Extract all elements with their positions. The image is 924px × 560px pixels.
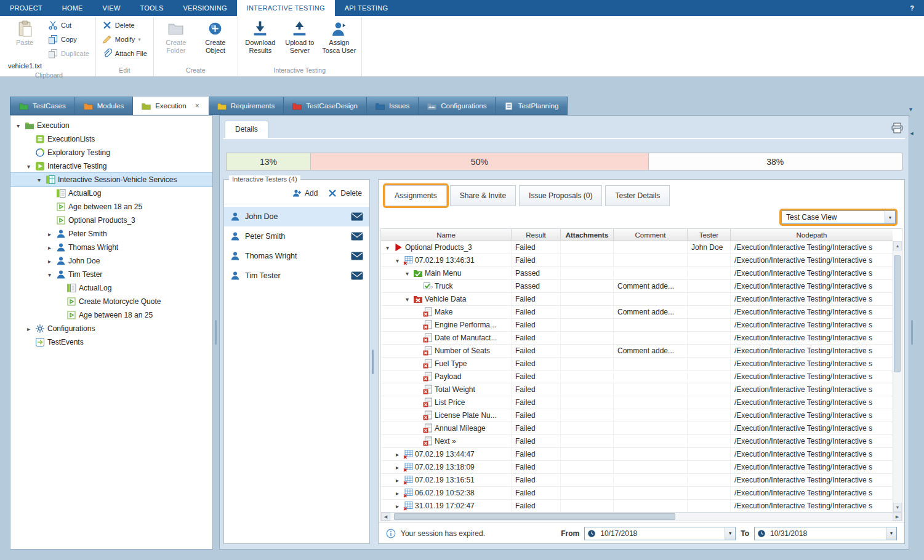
- vertical-scrollbar[interactable]: ▲ ▼: [893, 241, 902, 512]
- tab-assignments[interactable]: Assignments: [385, 185, 447, 206]
- splitter-grip[interactable]: [911, 320, 913, 345]
- envelope-icon[interactable]: [351, 271, 363, 280]
- tree-item-interactive-testing[interactable]: ▾Interactive Testing: [10, 159, 212, 173]
- row-expander-icon[interactable]: ▸: [393, 490, 401, 497]
- tree-item-execution[interactable]: ▾Execution: [10, 119, 212, 132]
- table-row-list-price[interactable]: List PriceFailed/Execution/Interactive T…: [381, 396, 893, 409]
- tab-modules[interactable]: Modules: [75, 97, 133, 115]
- tree-item-interactive-session-vehicle-services[interactable]: ▾Interactive Session-Vehicle Services: [10, 173, 212, 186]
- testers-splitter[interactable]: [370, 179, 378, 544]
- table-row-07-02-19-13-18-09[interactable]: ▸07.02.19 13:18:09Failed/Execution/Inter…: [381, 461, 893, 474]
- table-row-optional-products-3[interactable]: ▾Optional Products_3FailedJohn Doe/Execu…: [381, 241, 893, 254]
- tree-expander-icon[interactable]: ▾: [35, 177, 43, 183]
- envelope-icon[interactable]: [351, 252, 363, 260]
- column-header-result[interactable]: Result: [512, 229, 561, 241]
- tab-configurations[interactable]: Configurations: [419, 97, 496, 115]
- cut-button[interactable]: Cut: [46, 18, 91, 31]
- envelope-icon[interactable]: [351, 212, 363, 221]
- tree-item-age-between-18-an-25[interactable]: Age between 18 an 25: [10, 308, 212, 322]
- tab-share-invite[interactable]: Share & Invite: [450, 185, 516, 206]
- column-header-attachments[interactable]: Attachments: [561, 229, 614, 241]
- collapse-panel-icon[interactable]: ◀: [909, 131, 914, 136]
- tree-item-create-motorcycle-quote[interactable]: Create Motorcycle Quote: [10, 295, 212, 308]
- column-header-tester[interactable]: Tester: [688, 229, 731, 241]
- add-tester-button[interactable]: Add: [292, 188, 318, 198]
- row-expander-icon[interactable]: ▸: [393, 477, 401, 484]
- table-row-number-of-seats[interactable]: Number of SeatsFailedComment adde.../Exe…: [381, 345, 893, 358]
- view-mode-select[interactable]: Test Case View ▼: [781, 210, 896, 224]
- column-header-comment[interactable]: Comment: [614, 229, 688, 241]
- row-expander-icon[interactable]: ▾: [403, 270, 411, 277]
- menu-tab-tools[interactable]: TOOLS: [130, 0, 173, 16]
- tree-expander-icon[interactable]: ▸: [46, 258, 54, 265]
- menu-tab-project[interactable]: PROJECT: [0, 0, 52, 16]
- tree-item-configurations[interactable]: ▸Configurations: [10, 322, 212, 335]
- tree-expander-icon[interactable]: ▾: [25, 163, 33, 170]
- tab-issue-proposals-0[interactable]: Issue Proposals (0): [519, 185, 602, 206]
- table-row-date-of-manufact[interactable]: Date of Manufact...Failed/Execution/Inte…: [381, 332, 893, 345]
- table-row-07-02-19-13-44-47[interactable]: ▸07.02.19 13:44:47Failed/Execution/Inter…: [381, 448, 893, 461]
- table-row-make[interactable]: MakeFailedComment adde.../Execution/Inte…: [381, 306, 893, 319]
- menu-tab-interactive-testing[interactable]: INTERACTIVE TESTING: [237, 0, 335, 16]
- horizontal-scrollbar[interactable]: ◀ ▶: [380, 512, 902, 521]
- scrollbar-track[interactable]: [893, 250, 902, 503]
- tree-item-john-doe[interactable]: ▸John Doe: [10, 254, 212, 268]
- tab-requirements[interactable]: Requirements: [209, 97, 284, 115]
- tab-testplanning[interactable]: TestPlanning: [496, 97, 568, 115]
- row-expander-icon[interactable]: ▾: [384, 244, 392, 251]
- scrollbar-thumb-horizontal[interactable]: [394, 513, 675, 520]
- scroll-left-icon[interactable]: ◀: [381, 513, 390, 521]
- tree-item-tim-tester[interactable]: ▾Tim Tester: [10, 268, 212, 281]
- delete-tester-button[interactable]: Delete: [327, 188, 362, 198]
- row-expander-icon[interactable]: ▸: [393, 503, 401, 510]
- tree-item-optional-products-3[interactable]: Optional Products_3: [10, 214, 212, 227]
- table-row-payload[interactable]: PayloadFailed/Execution/Interactive Test…: [381, 370, 893, 383]
- tab-testcases[interactable]: TestCases: [10, 97, 75, 115]
- tab-execution[interactable]: Execution×: [133, 97, 209, 115]
- create-object-button[interactable]: Create Object: [198, 18, 233, 54]
- tree-splitter[interactable]: [213, 115, 219, 550]
- tree-item-thomas-wright[interactable]: ▸Thomas Wright: [10, 241, 212, 254]
- table-row-truck[interactable]: ?TruckPassedComment adde.../Execution/In…: [381, 280, 893, 293]
- table-row-31-01-19-17-02-47[interactable]: ▸31.01.19 17:02:47Failed/Execution/Inter…: [381, 500, 893, 512]
- tree-expander-icon[interactable]: ▾: [46, 271, 54, 278]
- delete-button[interactable]: Delete: [100, 18, 149, 31]
- tree-item-testevents[interactable]: TestEvents: [10, 335, 212, 349]
- menu-tab-versioning[interactable]: VERSIONING: [174, 0, 237, 16]
- right-splitter[interactable]: ◀: [909, 115, 914, 550]
- upload-to-server-button[interactable]: Upload to Server: [282, 18, 318, 54]
- table-row-07-02-19-13-46-31[interactable]: ▾07.02.19 13:46:31Failed/Execution/Inter…: [381, 254, 893, 267]
- menu-tab-api-testing[interactable]: API TESTING: [335, 0, 398, 16]
- print-icon[interactable]: [891, 122, 904, 134]
- table-row-06-02-19-10-52-38[interactable]: ▸06.02.19 10:52:38Failed/Execution/Inter…: [381, 487, 893, 500]
- tree-item-actuallog[interactable]: ActualLog: [10, 281, 212, 295]
- tree-item-peter-smith[interactable]: ▸Peter Smith: [10, 227, 212, 241]
- to-date-picker[interactable]: 10/31/2018 ▼: [754, 527, 897, 540]
- tester-item-thomas-wright[interactable]: Thomas Wright: [224, 246, 369, 266]
- table-row-07-02-19-13-16-51[interactable]: ▸07.02.19 13:16:51Failed/Execution/Inter…: [381, 474, 893, 487]
- table-row-fuel-type[interactable]: Fuel TypeFailed/Execution/Interactive Te…: [381, 358, 893, 370]
- column-header-nodepath[interactable]: Nodepath: [731, 229, 893, 241]
- from-date-picker[interactable]: 10/17/2018 ▼: [584, 527, 736, 540]
- table-row-main-menu[interactable]: ▾Main MenuPassed/Execution/Interactive T…: [381, 267, 893, 280]
- attach-file-button[interactable]: Attach File: [100, 47, 149, 60]
- tree-expander-icon[interactable]: ▾: [14, 122, 22, 129]
- row-expander-icon[interactable]: ▸: [393, 464, 401, 471]
- close-icon[interactable]: ×: [195, 102, 199, 110]
- download-results-button[interactable]: Download Results: [243, 18, 278, 54]
- tree-expander-icon[interactable]: ▸: [46, 231, 54, 238]
- tree-item-age-between-18-an-25[interactable]: Age between 18 an 25: [10, 200, 212, 214]
- help-button[interactable]: ?: [900, 0, 924, 16]
- modify-button[interactable]: Modify▾: [100, 33, 149, 46]
- tree-item-exploratory-testing[interactable]: Exploratory Testing: [10, 146, 212, 159]
- assign-tosca-user-button[interactable]: Assign Tosca User: [321, 18, 357, 54]
- tree-expander-icon[interactable]: ▸: [25, 326, 33, 332]
- tester-item-john-doe[interactable]: John Doe: [224, 207, 369, 226]
- scroll-up-icon[interactable]: ▲: [893, 241, 902, 250]
- tree-item-actuallog[interactable]: ActualLog: [10, 186, 212, 200]
- envelope-icon[interactable]: [351, 232, 363, 241]
- column-header-name[interactable]: Name: [381, 229, 512, 241]
- menu-tab-home[interactable]: HOME: [52, 0, 93, 16]
- tester-item-peter-smith[interactable]: Peter Smith: [224, 226, 369, 246]
- tab-issues[interactable]: Issues: [367, 97, 419, 115]
